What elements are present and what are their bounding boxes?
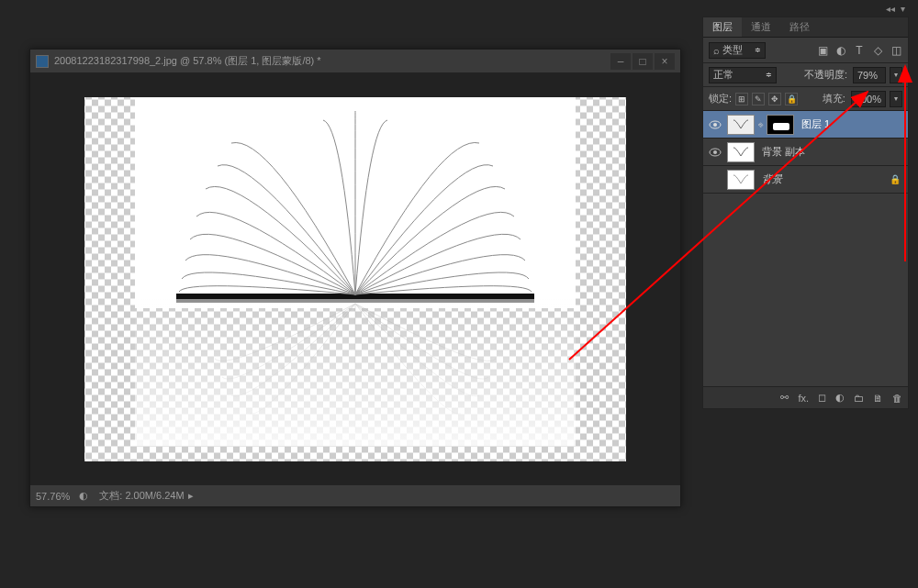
new-layer-button[interactable]: 🗎 bbox=[873, 393, 883, 404]
layer-thumbnail[interactable] bbox=[727, 142, 755, 162]
svg-point-5 bbox=[713, 123, 717, 127]
link-layers-button[interactable]: ⚯ bbox=[780, 392, 789, 404]
layers-panel: 图层 通道 路径 ⌕ 类型≑ ▣ ◐ T ◇ ◫ 正常≑ 不透明度: 79% ▾ bbox=[702, 17, 909, 409]
layer-row-bg-copy[interactable]: 背景 副本 bbox=[703, 139, 908, 166]
filter-smart-icon[interactable]: ◫ bbox=[890, 44, 902, 57]
fill-dropdown[interactable]: ▾ bbox=[890, 91, 902, 107]
layers-list: ⎆ 图层 1 背景 副本 背景 🔒 bbox=[703, 111, 908, 386]
delete-layer-button[interactable]: 🗑 bbox=[892, 393, 902, 404]
lock-position-icon[interactable]: ✥ bbox=[768, 93, 781, 105]
lock-transparent-icon[interactable]: ⊞ bbox=[735, 93, 748, 105]
canvas-content bbox=[84, 97, 626, 461]
layer-filter-row: ⌕ 类型≑ ▣ ◐ T ◇ ◫ bbox=[703, 38, 908, 63]
minimize-button[interactable]: – bbox=[610, 53, 631, 70]
opacity-label: 不透明度: bbox=[804, 68, 847, 82]
tab-paths[interactable]: 路径 bbox=[780, 17, 819, 37]
filter-shape-icon[interactable]: ◇ bbox=[871, 44, 884, 57]
add-mask-button[interactable]: ◻ bbox=[818, 392, 826, 404]
lock-fill-row: 锁定: ⊞ ✎ ✥ 🔒 填充: 100% ▾ bbox=[703, 87, 908, 111]
lock-pixels-icon[interactable]: ✎ bbox=[752, 93, 765, 105]
svg-rect-6 bbox=[728, 116, 754, 134]
link-icon[interactable]: ⎆ bbox=[758, 120, 763, 129]
layer-name[interactable]: 背景 bbox=[762, 172, 782, 186]
svg-rect-9 bbox=[728, 143, 754, 161]
doc-info[interactable]: 文档: 2.00M/6.24M bbox=[99, 489, 184, 503]
panel-tabs: 图层 通道 路径 bbox=[703, 17, 908, 38]
document-window: 20081223182317998_2.jpg @ 57.8% (图层 1, 图… bbox=[29, 49, 681, 507]
app-icon bbox=[36, 55, 49, 68]
filter-pixel-icon[interactable]: ▣ bbox=[816, 44, 829, 57]
visibility-eye-icon[interactable] bbox=[709, 120, 722, 129]
filter-adjust-icon[interactable]: ◐ bbox=[834, 44, 847, 57]
zoom-value[interactable]: 57.76% bbox=[36, 491, 70, 502]
document-titlebar[interactable]: 20081223182317998_2.jpg @ 57.8% (图层 1, 图… bbox=[30, 50, 680, 73]
new-adjustment-button[interactable]: ◐ bbox=[835, 392, 845, 404]
tab-layers[interactable]: 图层 bbox=[703, 17, 742, 37]
svg-rect-10 bbox=[728, 171, 754, 189]
document-title: 20081223182317998_2.jpg @ 57.8% (图层 1, 图… bbox=[54, 54, 610, 68]
layers-panel-container: ◂◂ ▾ 图层 通道 路径 ⌕ 类型≑ ▣ ◐ T ◇ ◫ 正常≑ 不透明度: bbox=[702, 4, 909, 409]
zoom-preview-icon[interactable]: ◐ bbox=[79, 490, 88, 502]
panel-menu-icon[interactable]: ▾ bbox=[901, 4, 905, 17]
status-arrow-icon[interactable]: ▸ bbox=[188, 490, 194, 502]
tab-channels[interactable]: 通道 bbox=[742, 17, 780, 37]
document-statusbar: 57.76% ◐ 文档: 2.00M/6.24M ▸ bbox=[30, 484, 680, 506]
layers-panel-footer: ⚯ fx. ◻ ◐ 🗀 🗎 🗑 bbox=[703, 386, 908, 408]
filter-type-select[interactable]: ⌕ 类型≑ bbox=[709, 42, 766, 59]
lock-icon: 🔒 bbox=[890, 174, 901, 184]
fill-label: 填充: bbox=[823, 92, 845, 105]
layer-thumbnail[interactable] bbox=[727, 170, 755, 190]
layer-mask-thumbnail[interactable] bbox=[767, 115, 794, 135]
new-group-button[interactable]: 🗀 bbox=[854, 393, 864, 404]
panel-collapse-icon[interactable]: ◂◂ bbox=[886, 4, 895, 17]
maximize-button[interactable]: □ bbox=[633, 53, 653, 70]
filter-text-icon[interactable]: T bbox=[853, 44, 866, 57]
lock-label: 锁定: bbox=[709, 92, 732, 105]
layer-thumbnail[interactable] bbox=[727, 115, 755, 135]
svg-point-8 bbox=[713, 150, 717, 154]
layer-name[interactable]: 图层 1 bbox=[801, 117, 830, 131]
fill-value[interactable]: 100% bbox=[851, 91, 886, 107]
layer-fx-button[interactable]: fx. bbox=[798, 393, 809, 404]
blend-mode-select[interactable]: 正常≑ bbox=[709, 67, 777, 83]
layer-row-1[interactable]: ⎆ 图层 1 bbox=[703, 111, 908, 139]
visibility-eye-icon[interactable] bbox=[709, 148, 722, 157]
opacity-dropdown[interactable]: ▾ bbox=[890, 67, 902, 83]
lock-all-icon[interactable]: 🔒 bbox=[785, 93, 798, 105]
opacity-value[interactable]: 79% bbox=[853, 67, 886, 83]
layer-name[interactable]: 背景 副本 bbox=[762, 145, 805, 159]
layer-row-bg[interactable]: 背景 🔒 bbox=[703, 166, 908, 194]
close-button[interactable]: × bbox=[655, 53, 675, 70]
document-canvas[interactable] bbox=[30, 73, 680, 484]
blend-opacity-row: 正常≑ 不透明度: 79% ▾ bbox=[703, 63, 908, 87]
svg-rect-3 bbox=[135, 299, 576, 446]
